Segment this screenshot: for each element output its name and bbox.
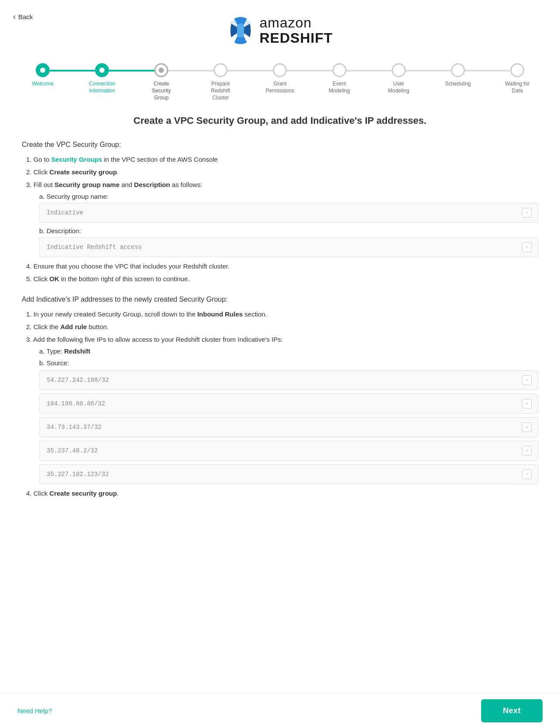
need-help-link[interactable]: Need Help? <box>17 707 52 714</box>
step-scheduling: Scheduling <box>428 63 488 88</box>
step-create-security-group: CreateSecurityGroup <box>132 63 191 101</box>
step-label-waiting-for-data: Waiting forData <box>505 81 529 94</box>
step-2-bold: Create security group <box>49 168 117 176</box>
stepper: Welcome ConnectionInformation CreateSecu… <box>0 54 560 105</box>
step-connector-6 <box>399 70 458 71</box>
field-b-value-container: Indicative Redshift access <box>39 237 538 257</box>
field-b: b. Description: Indicative Redshift acce… <box>39 227 538 257</box>
step-3: 3. Fill out Security group name and Desc… <box>22 181 538 257</box>
step-connector-2 <box>161 70 221 71</box>
section1-heading: Create the VPC Security Group: <box>22 141 538 149</box>
step-3-bold1: Security group name <box>54 181 119 188</box>
step-connector-5 <box>339 70 399 71</box>
copy-icon-ip-0[interactable] <box>522 375 532 385</box>
step-label-create-security-group: CreateSecurityGroup <box>152 81 171 101</box>
logo-text: amazon REDSHIFT <box>260 15 333 46</box>
step-circle-connection-information <box>95 63 109 77</box>
copy-icon-a[interactable] <box>522 208 532 218</box>
ip-field-1: 104.196.66.86/32 <box>39 394 538 414</box>
section2-heading: Add Indicative's IP addresses to the new… <box>22 296 538 303</box>
type-bold: Redshift <box>64 347 90 355</box>
copy-icon-ip-4[interactable] <box>522 469 532 479</box>
step-label-welcome: Welcome <box>32 81 54 88</box>
step-2-2: 2. Click the Add rule button. <box>22 323 538 330</box>
ip-fields: 54.227.242.108/32 104.196.66.86/32 34.73… <box>39 370 538 484</box>
step-connector-4 <box>280 70 339 71</box>
ip-field-0: 54.227.242.108/32 <box>39 370 538 390</box>
step-label-event-modeling: EventModeling <box>329 81 350 94</box>
step-label-grant-permissions: GrantPermissions <box>266 81 294 94</box>
step-2: 2. Click Create security group. <box>22 168 538 176</box>
ip-sub-list: a. Type: Redshift b. Source: 54.227.242.… <box>26 347 538 484</box>
step-label-user-modeling: UserModeling <box>388 81 409 94</box>
type-item: a. Type: Redshift <box>39 347 538 355</box>
step-4-text: Ensure that you choose the VPC that incl… <box>34 262 230 270</box>
step-circle-user-modeling <box>392 63 406 77</box>
step-circle-create-security-group <box>154 63 168 77</box>
steps-list-2: 1. In your newly created Security Group,… <box>22 310 538 497</box>
step-circle-prepare-redshift-cluster <box>214 63 227 77</box>
step-user-modeling: UserModeling <box>369 63 428 94</box>
field-b-value: Indicative Redshift access <box>47 244 142 251</box>
next-button[interactable]: Next <box>481 699 543 722</box>
ip-value-2: 34.73.143.37/32 <box>47 424 102 431</box>
ip-field-4: 35.227.102.123/32 <box>39 464 538 484</box>
field-a-value: Indicative <box>47 209 83 216</box>
step-3-bold2: Description <box>134 181 170 188</box>
step-prepare-redshift-cluster: PrepareRedshiftCluster <box>191 63 250 101</box>
steps-list-1: 1. Go to Security Groups in the VPC sect… <box>22 156 538 282</box>
back-arrow-icon: ‹ <box>13 12 16 21</box>
step-connector-3 <box>221 70 280 71</box>
copy-icon-ip-1[interactable] <box>522 399 532 408</box>
ip-field-3: 35.237.48.2/32 <box>39 441 538 461</box>
main-content: Create a VPC Security Group, and add Ind… <box>0 105 560 554</box>
step-5: 5. Click OK in the bottom right of this … <box>22 275 538 282</box>
field-a: a. Security group name: Indicative <box>39 193 538 223</box>
step-label-prepare-redshift-cluster: PrepareRedshiftCluster <box>211 81 230 101</box>
step-connector-0 <box>43 70 102 71</box>
step-label-scheduling: Scheduling <box>445 81 471 88</box>
field-sub-list: a. Security group name: Indicative b. De… <box>26 193 538 257</box>
ip-value-0: 54.227.242.108/32 <box>47 377 109 384</box>
stepper-steps: Welcome ConnectionInformation CreateSecu… <box>13 63 547 101</box>
step-2-4: 4. Click Create security group. <box>22 490 538 497</box>
step-circle-grant-permissions <box>273 63 287 77</box>
back-label: Back <box>18 13 33 20</box>
add-rule-bold: Add rule <box>60 323 87 330</box>
step-welcome: Welcome <box>13 63 72 88</box>
ip-field-2: 34.73.143.37/32 <box>39 417 538 437</box>
inbound-rules-bold: Inbound Rules <box>197 310 243 318</box>
security-groups-link[interactable]: Security Groups <box>51 156 102 163</box>
source-label: b. Source: <box>39 359 69 367</box>
step-1: 1. Go to Security Groups in the VPC sect… <box>22 156 538 163</box>
step-circle-welcome <box>36 63 50 77</box>
field-a-label: a. Security group name: <box>39 193 109 200</box>
step-waiting-for-data: Waiting forData <box>488 63 547 94</box>
copy-icon-ip-3[interactable] <box>522 446 532 456</box>
type-label: a. Type: <box>39 347 62 355</box>
redshift-logo-icon <box>227 15 254 46</box>
step-4: 4. Ensure that you choose the VPC that i… <box>22 262 538 270</box>
step-5-bold: OK <box>49 275 59 282</box>
field-b-label: b. Description: <box>39 227 81 235</box>
logo-area: amazon REDSHIFT <box>13 9 547 50</box>
logo-amazon-text: amazon <box>260 15 333 31</box>
ip-value-3: 35.237.48.2/32 <box>47 447 98 454</box>
copy-icon-ip-2[interactable] <box>522 422 532 432</box>
step-2-1: 1. In your newly created Security Group,… <box>22 310 538 318</box>
back-button[interactable]: ‹ Back <box>13 12 33 21</box>
source-item: b. Source: 54.227.242.108/32 104.196.66.… <box>39 359 538 484</box>
step-circle-scheduling <box>451 63 465 77</box>
step-circle-event-modeling <box>333 63 346 77</box>
step-circle-waiting-for-data <box>510 63 524 77</box>
step-connector-1 <box>102 70 161 71</box>
step-label-connection-information: ConnectionInformation <box>89 81 115 94</box>
create-sg-bold: Create security group <box>49 490 117 497</box>
step-event-modeling: EventModeling <box>310 63 369 94</box>
step-grant-permissions: GrantPermissions <box>250 63 309 94</box>
step-1-text-after: in the VPC section of the AWS Console <box>104 156 217 163</box>
step-connector-7 <box>458 70 517 71</box>
step-connection-information: ConnectionInformation <box>72 63 132 94</box>
copy-icon-b[interactable] <box>522 242 532 252</box>
step-2-3: 3. Add the following five IPs to allow a… <box>22 336 538 484</box>
